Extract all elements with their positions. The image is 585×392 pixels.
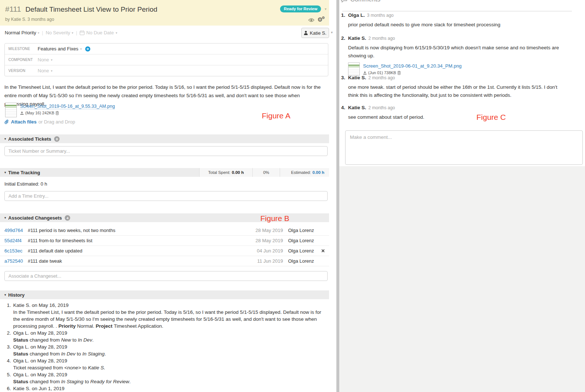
due-date-dropdown[interactable]: No Due Date ▾ — [80, 30, 117, 35]
comments-title-bar: Comments — [341, 0, 450, 5]
severity-dropdown[interactable]: No Severity ▾ — [46, 30, 73, 35]
comment-input[interactable] — [345, 130, 583, 165]
calendar-icon — [80, 30, 84, 35]
chevron-down-icon: ▾ — [72, 31, 73, 35]
ticket-meta-row: Normal Priority ▾ | No Severity ▾ | No D… — [5, 30, 117, 35]
priority-dropdown[interactable]: Normal Priority ▾ — [5, 30, 39, 35]
time-entry-input[interactable] — [4, 191, 328, 201]
panel-divider-scrollbar[interactable] — [336, 0, 339, 392]
attachment-meta: (Jun 01) 738KB — [368, 71, 396, 75]
person-icon — [304, 31, 308, 35]
comment-author: Katie S. — [348, 75, 366, 80]
download-icon[interactable] — [363, 71, 367, 75]
attachment-link[interactable]: Screen_Shot_2019-05-16_at_9.55.33_AM.png — [20, 104, 115, 109]
figure-b-annotation: Figure B — [260, 214, 289, 223]
comment-body: prior period default needs to give more … — [348, 21, 566, 29]
changeset-row: a752540 #111 date tweak 11 Jun 2019 Olga… — [0, 256, 329, 266]
associate-changeset-input[interactable] — [4, 271, 328, 281]
ticket-title: Default Timesheet List View to Prior Per… — [26, 5, 158, 14]
ticket-attachment: Screen_Shot_2019-05-16_at_9.55.33_AM.png… — [5, 103, 115, 117]
ticket-header: #111 Default Timesheet List View to Prio… — [0, 0, 329, 26]
changeset-link[interactable]: 6c153ec — [4, 248, 25, 254]
changeset-link[interactable]: 499d764 — [4, 228, 25, 233]
component-row: COMPONENT None ▾ — [5, 54, 328, 65]
status-badge[interactable]: Ready for Review — [280, 5, 321, 12]
changeset-row: 499d764 #111 period is two weeks, not tw… — [0, 225, 329, 236]
history-item: 5. Olga L. on May 28, 2019 Status change… — [0, 371, 326, 385]
initial-estimated-label: Initial Estimated: 0 h — [4, 181, 47, 187]
trash-icon[interactable] — [397, 71, 401, 75]
attachment-meta: (May 16) 242KB — [25, 111, 54, 115]
assignee-caret-icon[interactable]: ▾ — [331, 30, 333, 34]
watch-eye-icon[interactable] — [308, 18, 314, 22]
ticket-byline: by Katie S. 3 months ago — [5, 17, 54, 22]
changesets-count-badge: 4 — [65, 215, 70, 221]
comment-timestamp: 2 months ago — [369, 105, 395, 110]
history-item: 3. Olga L. on May 28, 2019 Status change… — [0, 343, 326, 357]
chevron-down-icon: ▾ — [38, 31, 39, 35]
status-caret-icon[interactable]: ▾ — [325, 7, 327, 11]
changesets-list: 499d764 #111 period is two weeks, not tw… — [0, 225, 329, 266]
download-icon[interactable] — [20, 111, 24, 115]
associated-ticket-input[interactable] — [4, 146, 328, 156]
history-item: 4. Olga L. on May 28, 2019 Ticket reassi… — [0, 357, 326, 371]
assignee-button[interactable]: Katie S. — [301, 28, 329, 38]
ticket-fields-table: MILESTONE Features and Fixes ▾ COMPONENT… — [4, 43, 328, 76]
collapse-caret-icon[interactable]: ▾ — [4, 293, 6, 297]
comment-author: Katie S. — [348, 105, 366, 110]
chevron-down-icon: ▾ — [51, 69, 53, 73]
total-spent-stat: Total Spent:0.00 h — [199, 168, 252, 177]
tickets-count-badge: 0 — [54, 136, 60, 142]
milestone-link-icon[interactable] — [85, 46, 90, 52]
time-tracking-header: ▾ Time Tracking Total Spent:0.00 h 0% Es… — [0, 168, 329, 177]
comment-timestamp: 3 months ago — [367, 13, 394, 18]
estimated-stat: Estimated:0.00 h — [280, 168, 329, 177]
comment-item: 1. Olga L. 3 months ago prior period def… — [339, 12, 581, 29]
attach-files-row: Attach files or Drag and Drop — [4, 119, 75, 125]
chevron-down-icon: ▾ — [116, 31, 117, 35]
attachment-thumbnail[interactable] — [348, 62, 360, 76]
ticket-id: #111 — [5, 5, 21, 14]
chevron-down-icon: ▾ — [80, 47, 82, 51]
history-header: ▾ History — [0, 290, 329, 299]
version-dropdown[interactable]: None ▾ — [38, 68, 53, 73]
comments-bubble-icon — [341, 0, 347, 3]
comment-item: 2. Katie S. 2 months ago Default is now … — [339, 35, 581, 76]
comment-item: 4. Katie S. 2 months ago see comment abo… — [339, 105, 581, 121]
history-item: 6. Katie S. on Jun 1, 2019 — [0, 385, 326, 392]
ticket-panel: #111 Default Timesheet List View to Prio… — [0, 0, 331, 392]
component-dropdown[interactable]: None ▾ — [38, 57, 53, 62]
collapse-caret-icon[interactable]: ▾ — [4, 171, 6, 174]
comments-title: Comments — [350, 0, 380, 3]
comment-body: see comment about start of period. — [348, 113, 566, 121]
remove-changeset-icon[interactable] — [320, 249, 325, 252]
history-list: 1. Katie S. on May 16, 2019 In the Times… — [0, 302, 326, 392]
collapse-caret-icon[interactable]: ▾ — [4, 216, 6, 220]
comment-body: one more tweak. start of period should b… — [348, 83, 566, 99]
history-item: 2. Olga L. on May 28, 2019 Status change… — [0, 330, 326, 343]
time-tracking-stats: Total Spent:0.00 h 0% Estimated:0.00 h — [199, 168, 325, 177]
comment-timestamp: 2 months ago — [369, 36, 395, 41]
attachment-link[interactable]: Screen_Shot_2019-06-01_at_9.20.34_PM.png — [363, 63, 462, 69]
comments-divider — [342, 11, 572, 11]
collapse-caret-icon[interactable]: ▾ — [4, 137, 6, 141]
comment-attachment: Screen_Shot_2019-06-01_at_9.20.34_PM.png… — [348, 62, 581, 76]
settings-gears-icon[interactable]: ⚙ ⚙ — [317, 16, 325, 23]
paperclip-icon — [4, 119, 9, 125]
panel-background — [339, 166, 585, 392]
attach-files-link[interactable]: Attach files — [11, 119, 37, 125]
history-item: 1. Katie S. on May 16, 2019 In the Times… — [0, 302, 326, 330]
version-row: VERSION None ▾ — [5, 65, 328, 76]
changeset-link[interactable]: 55d24f4 — [4, 238, 25, 243]
comment-timestamp: 2 months ago — [369, 75, 395, 80]
trash-icon[interactable] — [56, 111, 59, 115]
figure-c-annotation: Figure C — [476, 113, 506, 122]
changeset-link[interactable]: a752540 — [4, 258, 25, 264]
comments-panel: Comments 1. Olga L. 3 months ago prior p… — [339, 0, 585, 392]
comment-author: Olga L. — [348, 12, 365, 18]
attachment-thumbnail[interactable] — [5, 103, 17, 117]
changeset-row: 6c153ec #111 default date updated 04 Jun… — [0, 246, 329, 256]
changeset-row: 55d24f4 #111 from-to for timesheets list… — [0, 236, 329, 246]
milestone-dropdown[interactable]: Features and Fixes ▾ — [38, 46, 90, 52]
comment-item: 3. Katie S. 2 months ago one more tweak.… — [339, 75, 581, 99]
